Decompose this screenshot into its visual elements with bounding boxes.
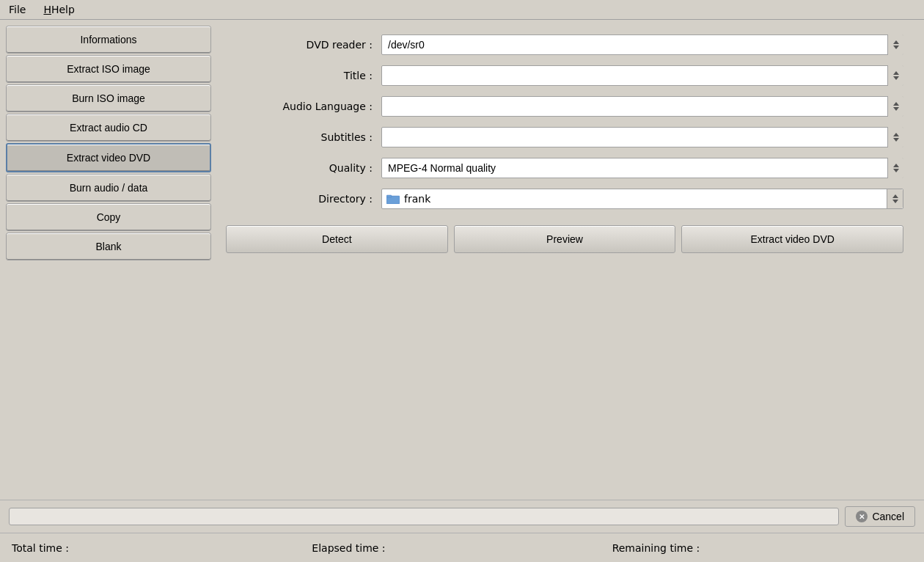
sidebar-item-copy[interactable]: Copy <box>6 203 211 231</box>
sidebar-item-extract-video-dvd[interactable]: Extract video DVD <box>6 143 211 172</box>
progress-area: ✕ Cancel <box>0 500 924 533</box>
quality-control: MPEG-4 Normal quality <box>381 158 903 178</box>
subtitles-label: Subtitles : <box>226 131 373 143</box>
sidebar: Informations Extract ISO image Burn ISO … <box>6 26 211 482</box>
audio-language-label: Audio Language : <box>226 101 373 112</box>
directory-value: frank <box>404 193 430 205</box>
main-container: Informations Extract ISO image Burn ISO … <box>0 20 924 488</box>
dvd-reader-label: DVD reader : <box>226 39 373 51</box>
sidebar-item-blank[interactable]: Blank <box>6 233 211 260</box>
subtitles-select[interactable] <box>381 127 903 147</box>
sidebar-item-burn-audio-data[interactable]: Burn audio / data <box>6 174 211 202</box>
directory-arrow <box>887 189 903 208</box>
directory-select[interactable]: frank <box>381 189 903 209</box>
sidebar-item-burn-iso[interactable]: Burn ISO image <box>6 84 211 112</box>
sidebar-item-informations[interactable]: Informations <box>6 26 211 54</box>
content-area: DVD reader : /dev/sr0 Title : <box>211 26 918 482</box>
dvd-reader-control: /dev/sr0 <box>381 34 903 55</box>
elapsed-time: Elapsed time : <box>312 542 612 554</box>
detect-button[interactable]: Detect <box>226 225 448 253</box>
quality-row: Quality : MPEG-4 Normal quality <box>226 158 903 178</box>
audio-language-control <box>381 96 903 117</box>
menu-file[interactable]: File <box>6 2 29 17</box>
arrow-up-icon <box>892 194 898 198</box>
status-bar: Total time : Elapsed time : Remaining ti… <box>0 533 924 562</box>
sidebar-item-extract-iso[interactable]: Extract ISO image <box>6 55 211 83</box>
title-row: Title : <box>226 65 903 86</box>
subtitles-control <box>381 127 903 147</box>
folder-icon <box>386 194 400 204</box>
svg-rect-1 <box>386 195 392 197</box>
cancel-label: Cancel <box>872 511 904 522</box>
quality-select[interactable]: MPEG-4 Normal quality <box>381 158 903 178</box>
audio-language-select[interactable] <box>381 96 903 117</box>
title-control <box>381 65 903 86</box>
subtitles-row: Subtitles : <box>226 127 903 147</box>
action-buttons-row: Detect Preview Extract video DVD <box>226 219 903 253</box>
dvd-reader-select[interactable]: /dev/sr0 <box>381 34 903 55</box>
preview-button[interactable]: Preview <box>454 225 676 253</box>
sidebar-item-extract-audio[interactable]: Extract audio CD <box>6 114 211 142</box>
progress-bar <box>9 508 839 525</box>
extract-video-dvd-button[interactable]: Extract video DVD <box>681 225 903 253</box>
title-label: Title : <box>226 70 373 81</box>
directory-row: Directory : frank <box>226 189 903 209</box>
arrow-down-icon <box>892 200 898 203</box>
audio-language-row: Audio Language : <box>226 96 903 117</box>
directory-label: Directory : <box>226 193 373 205</box>
title-select[interactable] <box>381 65 903 86</box>
directory-control: frank <box>381 189 903 209</box>
quality-label: Quality : <box>226 162 373 174</box>
cancel-button[interactable]: ✕ Cancel <box>845 506 915 527</box>
dvd-reader-row: DVD reader : /dev/sr0 <box>226 34 903 55</box>
menubar: File HHelp <box>0 0 924 20</box>
cancel-x-icon: ✕ <box>856 511 868 522</box>
total-time: Total time : <box>12 542 312 554</box>
menu-help[interactable]: HHelp <box>40 2 77 17</box>
remaining-time: Remaining time : <box>612 542 912 554</box>
